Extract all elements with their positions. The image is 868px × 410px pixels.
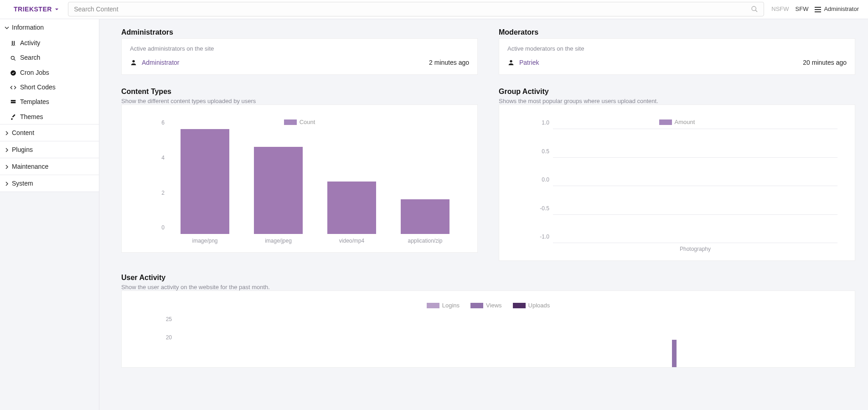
nsfw-toggle[interactable]: NSFW bbox=[771, 5, 789, 12]
sidebar-item-label: Activity bbox=[20, 39, 40, 47]
y-tick: 4 bbox=[152, 155, 165, 161]
group-activity-section: Group Activity Shows the most popular gr… bbox=[499, 88, 855, 261]
chart-legend: Amount bbox=[507, 119, 847, 125]
mod-user-link[interactable]: Patriek bbox=[519, 59, 539, 66]
sidebar-item-activity[interactable]: Activity bbox=[0, 36, 99, 50]
check-circle-icon bbox=[10, 69, 16, 76]
x-label: video/mp4 bbox=[315, 234, 388, 244]
sidebar-section-plugins[interactable]: Plugins bbox=[0, 141, 99, 158]
sidebar-section-label: Content bbox=[12, 129, 34, 136]
brush-icon bbox=[10, 113, 16, 120]
legend-swatch-icon bbox=[659, 119, 672, 125]
legend-swatch-icon bbox=[470, 303, 483, 308]
chevron-right-icon bbox=[5, 130, 9, 135]
sidebar-item-label: Themes bbox=[20, 113, 43, 120]
header-right: NSFW SFW Administrator bbox=[770, 5, 863, 12]
card-title: User Activity bbox=[121, 274, 855, 282]
card-title: Administrators bbox=[121, 28, 478, 36]
sidebar-section-label: System bbox=[12, 180, 33, 187]
content-types-section: Content Types Show the different content… bbox=[121, 88, 478, 261]
card-subtitle: Active administrators on the site bbox=[130, 45, 469, 52]
sfw-toggle[interactable]: SFW bbox=[796, 5, 809, 12]
svg-rect-5 bbox=[11, 100, 16, 102]
legend-swatch-icon bbox=[427, 303, 439, 308]
user-activity-section: User Activity Show the user activity on … bbox=[121, 274, 855, 368]
user-menu-label: Administrator bbox=[824, 5, 859, 12]
y-tick: 6 bbox=[152, 119, 165, 126]
group-activity-chart: -1.0-0.50.00.51.0Photography bbox=[507, 129, 847, 252]
brand-name: TRIEKSTER bbox=[14, 5, 52, 13]
y-tick: 20 bbox=[154, 334, 172, 341]
legend-label: Logins bbox=[442, 302, 460, 309]
sidebar-item-label: Search bbox=[20, 54, 40, 61]
content-types-chart: 0246image/pngimage/jpegvideo/mp4applicat… bbox=[130, 129, 469, 244]
legend-label: Uploads bbox=[528, 302, 550, 309]
svg-rect-6 bbox=[11, 102, 16, 104]
user-icon bbox=[130, 58, 137, 66]
card-subtitle: Active moderators on the site bbox=[507, 45, 847, 52]
chart-legend: Logins Views Uploads bbox=[130, 302, 847, 309]
y-tick: 2 bbox=[152, 190, 165, 196]
mod-row: Patriek 20 minutes ago bbox=[507, 58, 847, 66]
sidebar-section-label: Information bbox=[12, 24, 44, 31]
admin-time: 2 minutes ago bbox=[429, 59, 469, 66]
caret-down-icon bbox=[55, 5, 59, 13]
sidebar-item-label: Templates bbox=[20, 98, 49, 105]
y-tick: -1.0 bbox=[531, 234, 549, 240]
sidebar-section-label: Plugins bbox=[12, 146, 33, 153]
sidebar-item-label: Cron Jobs bbox=[20, 69, 49, 76]
moderators-section: Moderators Active moderators on the site… bbox=[499, 28, 855, 75]
search-input[interactable] bbox=[68, 2, 764, 16]
sidebar-section-label: Maintenance bbox=[12, 163, 48, 170]
admin-row: Administrator 2 minutes ago bbox=[130, 58, 469, 66]
user-activity-chart: 2520 bbox=[130, 312, 847, 367]
sidebar-item-short-codes[interactable]: Short Codes bbox=[0, 80, 99, 94]
brand-menu[interactable]: TRIEKSTER bbox=[5, 5, 62, 13]
sidebar-information-list: Activity Search Cron Jobs Short Codes Te… bbox=[0, 36, 99, 124]
admin-user-link[interactable]: Administrator bbox=[142, 59, 179, 66]
x-label: Photography bbox=[553, 243, 837, 252]
activity-icon bbox=[10, 39, 16, 47]
legend-swatch-icon bbox=[513, 303, 526, 308]
search-button[interactable] bbox=[747, 2, 762, 16]
x-label: image/png bbox=[168, 234, 242, 244]
sidebar-section-information[interactable]: Information bbox=[0, 19, 99, 36]
search-icon bbox=[751, 5, 758, 12]
bar bbox=[327, 182, 376, 234]
templates-icon bbox=[10, 98, 16, 105]
sidebar: Information Activity Search Cron Jobs S bbox=[0, 19, 99, 410]
sidebar-section-content[interactable]: Content bbox=[0, 125, 99, 141]
card-subtitle: Show the user activity on the website fo… bbox=[121, 284, 855, 291]
chevron-right-icon bbox=[5, 147, 9, 152]
svg-point-7 bbox=[132, 60, 134, 62]
main-content: Administrators Active administrators on … bbox=[99, 19, 868, 410]
menu-icon bbox=[815, 5, 821, 12]
chevron-right-icon bbox=[5, 164, 9, 169]
card-subtitle: Shows the most popular groups where user… bbox=[499, 98, 855, 104]
svg-point-8 bbox=[510, 60, 512, 62]
card-title: Group Activity bbox=[499, 88, 855, 96]
sidebar-item-themes[interactable]: Themes bbox=[0, 109, 99, 124]
legend-label: Amount bbox=[675, 119, 695, 125]
sidebar-section-system[interactable]: System bbox=[0, 175, 99, 192]
legend-label: Count bbox=[300, 119, 315, 125]
sidebar-item-templates[interactable]: Templates bbox=[0, 94, 99, 109]
sidebar-section-maintenance[interactable]: Maintenance bbox=[0, 158, 99, 175]
legend-swatch-icon bbox=[284, 119, 297, 125]
card-subtitle: Show the different content types uploade… bbox=[121, 98, 478, 104]
chevron-down-icon bbox=[5, 25, 9, 30]
user-menu[interactable]: Administrator bbox=[815, 5, 859, 12]
sidebar-item-label: Short Codes bbox=[20, 83, 56, 91]
sidebar-item-cron-jobs[interactable]: Cron Jobs bbox=[0, 65, 99, 80]
administrators-section: Administrators Active administrators on … bbox=[121, 28, 478, 75]
header: TRIEKSTER NSFW SFW Administrator bbox=[0, 0, 868, 19]
legend-label: Views bbox=[486, 302, 501, 309]
y-tick: 0.0 bbox=[531, 176, 549, 183]
svg-point-0 bbox=[752, 6, 756, 10]
chart-legend: Count bbox=[130, 119, 469, 125]
bar bbox=[181, 129, 229, 234]
svg-line-3 bbox=[14, 59, 16, 61]
sidebar-item-search[interactable]: Search bbox=[0, 50, 99, 65]
y-tick: 25 bbox=[154, 316, 172, 322]
search-wrap bbox=[68, 2, 764, 16]
